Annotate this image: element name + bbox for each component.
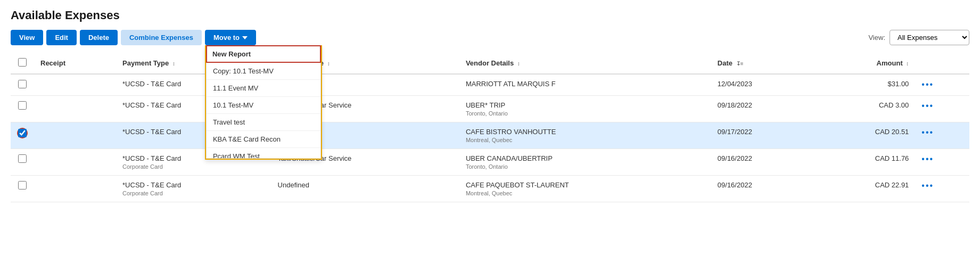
row-checkbox-cell: [11, 176, 34, 202]
amount-sort-icon: ↕: [906, 61, 909, 67]
table-row: *UCSD - T&E CardCorporate CardTaxi/Shutt…: [11, 149, 969, 176]
header-receipt: Receipt: [34, 53, 116, 74]
move-to-button[interactable]: Move to: [205, 30, 256, 45]
payment-type-sort-icon: ↕: [172, 61, 175, 67]
row-vendor-details: MARRIOTT ATL MARQUIS F: [459, 74, 711, 96]
dropdown-item-5[interactable]: KBA T&E Card Recon: [207, 131, 320, 148]
dropdown-report-list: Copy: 10.1 Test-MV 11.1 Event MV 10.1 Te…: [206, 63, 321, 159]
chevron-down-icon: [242, 36, 248, 39]
row-date: 09/16/2022: [711, 176, 814, 202]
row-expense-type: Undefined: [271, 176, 459, 202]
row-more-actions-button[interactable]: •••: [921, 128, 934, 137]
header-amount[interactable]: Amount ↕: [814, 53, 915, 74]
move-to-label: Move to: [213, 34, 240, 42]
row-amount: CAD 20.51: [814, 122, 915, 149]
row-amount: CAD 22.91: [814, 176, 915, 202]
row-vendor-details: UBER CANADA/UBERTRIPToronto, Ontario: [459, 149, 711, 176]
row-actions: •••: [915, 149, 969, 176]
row-receipt: [34, 122, 116, 149]
row-receipt: [34, 96, 116, 122]
header-vendor-details[interactable]: Vendor Details ↕: [459, 53, 711, 74]
table-header-row: Receipt Payment Type ↕ Expense Type ↕ Ve…: [11, 53, 969, 74]
row-receipt: [34, 74, 116, 96]
row-actions: •••: [915, 122, 969, 149]
row-amount: $31.00: [814, 74, 915, 96]
row-receipt: [34, 176, 116, 202]
table-row: *UCSD - T&E CardTaxi/Shuttle/Car Service…: [11, 96, 969, 122]
expenses-table-container: Receipt Payment Type ↕ Expense Type ↕ Ve…: [11, 53, 969, 202]
table-body: *UCSD - T&E CardHotelMARRIOTT ATL MARQUI…: [11, 74, 969, 202]
toolbar-right: View: All Expenses: [868, 30, 969, 45]
page-title: Available Expenses: [11, 9, 969, 22]
row-amount: CAD 11.76: [814, 149, 915, 176]
dropdown-item-3[interactable]: 10.1 Test-MV: [207, 97, 320, 114]
row-actions: •••: [915, 96, 969, 122]
new-report-input[interactable]: [206, 45, 321, 63]
combine-expenses-button[interactable]: Combine Expenses: [121, 30, 202, 45]
row-receipt: [34, 149, 116, 176]
select-all-checkbox[interactable]: [18, 58, 27, 67]
view-label: View:: [868, 34, 885, 42]
date-sort-icon: ↧≡: [736, 61, 744, 67]
row-date: 09/16/2022: [711, 149, 814, 176]
row-more-actions-button[interactable]: •••: [921, 154, 934, 164]
row-checkbox-cell: [11, 96, 34, 122]
checked-circle: [17, 128, 28, 138]
row-vendor-details: CAFE PAQUEBOT ST-LAURENTMontreal, Quebec: [459, 176, 711, 202]
table-row: *UCSD - T&E CardHotelMARRIOTT ATL MARQUI…: [11, 74, 969, 96]
expenses-table: Receipt Payment Type ↕ Expense Type ↕ Ve…: [11, 53, 969, 202]
row-checkbox[interactable]: [18, 154, 27, 163]
row-checkbox-cell: [11, 149, 34, 176]
header-date[interactable]: Date ↧≡: [711, 53, 814, 74]
row-checkbox[interactable]: [18, 129, 27, 137]
row-vendor-details: UBER* TRIPToronto, Ontario: [459, 96, 711, 122]
dropdown-item-1[interactable]: Copy: 10.1 Test-MV: [207, 63, 320, 80]
row-actions: •••: [915, 74, 969, 96]
row-checkbox[interactable]: [18, 101, 27, 110]
table-row: *UCSD - T&E CardCorporate CardUndefinedC…: [11, 176, 969, 202]
row-checkbox[interactable]: [18, 80, 27, 88]
row-checkbox-cell: [11, 74, 34, 96]
row-more-actions-button[interactable]: •••: [921, 80, 934, 89]
dropdown-item-2[interactable]: 11.1 Event MV: [207, 80, 320, 97]
row-more-actions-button[interactable]: •••: [921, 101, 934, 111]
view-select[interactable]: All Expenses: [890, 30, 969, 45]
vendor-sort-icon: ↕: [517, 61, 520, 67]
row-date: 09/17/2022: [711, 122, 814, 149]
header-actions: [915, 53, 969, 74]
delete-button[interactable]: Delete: [80, 30, 118, 45]
row-actions: •••: [915, 176, 969, 202]
toolbar: View Edit Delete Combine Expenses Move t…: [11, 30, 969, 45]
row-date: 09/18/2022: [711, 96, 814, 122]
select-all-header: [11, 53, 34, 74]
row-more-actions-button[interactable]: •••: [921, 181, 934, 191]
row-checkbox-cell: [11, 122, 34, 149]
row-date: 12/04/2023: [711, 74, 814, 96]
expense-type-sort-icon: ↕: [327, 61, 330, 67]
dropdown-item-6[interactable]: Pcard WM Test: [207, 148, 320, 159]
move-to-dropdown-wrapper: Move to Copy: 10.1 Test-MV 11.1 Event MV…: [205, 30, 256, 45]
table-row: *UCSD - T&E CardUndefinedCAFE BISTRO VAN…: [11, 122, 969, 149]
edit-button[interactable]: Edit: [46, 30, 77, 45]
dropdown-item-4[interactable]: Travel test: [207, 114, 320, 131]
row-checkbox[interactable]: [18, 181, 27, 190]
row-payment-type: *UCSD - T&E CardCorporate Card: [116, 176, 271, 202]
row-vendor-details: CAFE BISTRO VANHOUTTEMontreal, Quebec: [459, 122, 711, 149]
row-amount: CAD 3.00: [814, 96, 915, 122]
view-button[interactable]: View: [11, 30, 43, 45]
move-to-dropdown-menu: Copy: 10.1 Test-MV 11.1 Event MV 10.1 Te…: [205, 45, 322, 160]
